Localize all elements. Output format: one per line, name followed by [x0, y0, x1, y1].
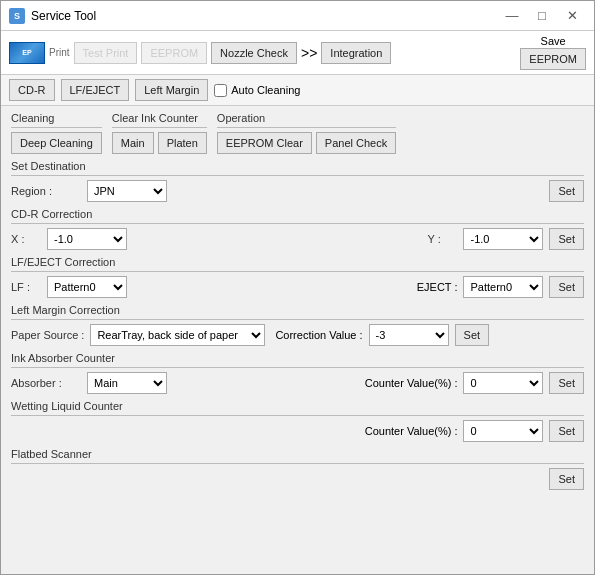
- correction-value-select[interactable]: -5 -4 -3 -2 -1 0 1 2 3 4 5: [369, 324, 449, 346]
- x-select[interactable]: -2.0 -1.5 -1.0 -0.5 0 0.5 1.0 1.5 2.0: [47, 228, 127, 250]
- arrow-button[interactable]: >>: [301, 45, 317, 61]
- test-print-button[interactable]: Test Print: [74, 42, 138, 64]
- auto-cleaning-text: Auto Cleaning: [231, 84, 300, 96]
- left-margin-row: Paper Source : RearTray, back side of pa…: [11, 324, 584, 346]
- x-label: X :: [11, 233, 41, 245]
- ink-absorber-set-button[interactable]: Set: [549, 372, 584, 394]
- eeprom-clear-button[interactable]: EEPROM Clear: [217, 132, 312, 154]
- save-label: Save: [541, 35, 566, 47]
- lf-eject-set-button[interactable]: Set: [549, 276, 584, 298]
- absorber-label: Absorber :: [11, 377, 81, 389]
- close-button[interactable]: ✕: [558, 6, 586, 26]
- lf-eject-title: LF/EJECT Correction: [11, 256, 584, 268]
- correction-value-label: Correction Value :: [275, 329, 362, 341]
- region-label: Region :: [11, 185, 81, 197]
- y-select[interactable]: -2.0 -1.5 -1.0 -0.5 0 0.5 1.0 1.5 2.0: [463, 228, 543, 250]
- paper-source-select[interactable]: RearTray, back side of paper RearTray, f…: [90, 324, 265, 346]
- app-icon: S: [9, 8, 25, 24]
- absorber-select[interactable]: Main Platen: [87, 372, 167, 394]
- flatbed-scanner-section: Flatbed Scanner Set: [11, 448, 584, 490]
- print-label: Print: [49, 47, 70, 58]
- clear-ink-section: Clear Ink Counter Main Platen: [112, 112, 207, 154]
- wetting-set-button[interactable]: Set: [549, 420, 584, 442]
- logo-area: EP Print: [9, 42, 70, 64]
- ink-counter-select[interactable]: 0 10 20 30 40 50 60 70 80 90 100: [463, 372, 543, 394]
- eeprom-save-button[interactable]: EEPROM: [520, 48, 586, 70]
- app-logo: EP: [9, 42, 45, 64]
- title-bar: S Service Tool — □ ✕: [1, 1, 594, 31]
- eject-select[interactable]: Pattern0 Pattern1 Pattern2 Pattern3: [463, 276, 543, 298]
- eject-label: EJECT :: [417, 281, 458, 293]
- deep-cleaning-button[interactable]: Deep Cleaning: [11, 132, 102, 154]
- lf-eject-row: LF : Pattern0 Pattern1 Pattern2 Pattern3…: [11, 276, 584, 298]
- cleaning-section: Cleaning Deep Cleaning: [11, 112, 102, 154]
- left-margin-button[interactable]: Left Margin: [135, 79, 208, 101]
- platen-button[interactable]: Platen: [158, 132, 207, 154]
- left-margin-title: Left Margin Correction: [11, 304, 584, 316]
- main-button[interactable]: Main: [112, 132, 154, 154]
- set-destination-button[interactable]: Set: [549, 180, 584, 202]
- integration-button[interactable]: Integration: [321, 42, 391, 64]
- auto-cleaning-checkbox[interactable]: [214, 84, 227, 97]
- clear-ink-title: Clear Ink Counter: [112, 112, 207, 124]
- cdr-row: X : -2.0 -1.5 -1.0 -0.5 0 0.5 1.0 1.5 2.…: [11, 228, 584, 250]
- nozzle-check-button[interactable]: Nozzle Check: [211, 42, 297, 64]
- ink-absorber-section: Ink Absorber Counter Absorber : Main Pla…: [11, 352, 584, 394]
- eeprom-read-button[interactable]: EEPROM: [141, 42, 207, 64]
- cdr-title: CD-R Correction: [11, 208, 584, 220]
- cd-r-button[interactable]: CD-R: [9, 79, 55, 101]
- maximize-button[interactable]: □: [528, 6, 556, 26]
- paper-source-label: Paper Source :: [11, 329, 84, 341]
- y-label: Y :: [427, 233, 457, 245]
- region-select[interactable]: JPN USA EUR AUS: [87, 180, 167, 202]
- auto-cleaning-label[interactable]: Auto Cleaning: [214, 84, 300, 97]
- top-sections: Cleaning Deep Cleaning Clear Ink Counter…: [11, 112, 584, 154]
- cleaning-title: Cleaning: [11, 112, 102, 124]
- operation-buttons: EEPROM Clear Panel Check: [217, 132, 396, 154]
- wetting-liquid-title: Wetting Liquid Counter: [11, 400, 584, 412]
- minimize-button[interactable]: —: [498, 6, 526, 26]
- flatbed-set-button[interactable]: Set: [549, 468, 584, 490]
- operation-title: Operation: [217, 112, 396, 124]
- ink-counter-label: Counter Value(%) :: [365, 377, 458, 389]
- ink-absorber-row: Absorber : Main Platen Counter Value(%) …: [11, 372, 584, 394]
- ink-absorber-title: Ink Absorber Counter: [11, 352, 584, 364]
- cdr-set-button[interactable]: Set: [549, 228, 584, 250]
- set-destination-section: Set Destination Region : JPN USA EUR AUS…: [11, 160, 584, 202]
- main-content: Cleaning Deep Cleaning Clear Ink Counter…: [1, 106, 594, 574]
- left-margin-set-button[interactable]: Set: [455, 324, 490, 346]
- lf-select[interactable]: Pattern0 Pattern1 Pattern2 Pattern3: [47, 276, 127, 298]
- operation-section: Operation EEPROM Clear Panel Check: [217, 112, 396, 154]
- wetting-counter-label: Counter Value(%) :: [365, 425, 458, 437]
- save-section: Save EEPROM: [520, 35, 586, 70]
- lf-eject-section: LF/EJECT Correction LF : Pattern0 Patter…: [11, 256, 584, 298]
- flatbed-scanner-row: Set: [11, 468, 584, 490]
- flatbed-scanner-title: Flatbed Scanner: [11, 448, 584, 460]
- left-margin-section: Left Margin Correction Paper Source : Re…: [11, 304, 584, 346]
- panel-check-button[interactable]: Panel Check: [316, 132, 396, 154]
- cdr-correction-section: CD-R Correction X : -2.0 -1.5 -1.0 -0.5 …: [11, 208, 584, 250]
- wetting-counter-select[interactable]: 0 10 20 30 40 50 60 70 80 90 100: [463, 420, 543, 442]
- toolbar-row2: CD-R LF/EJECT Left Margin Auto Cleaning: [1, 75, 594, 106]
- set-destination-row: Region : JPN USA EUR AUS Set: [11, 180, 584, 202]
- set-destination-title: Set Destination: [11, 160, 584, 172]
- lf-label: LF :: [11, 281, 41, 293]
- lf-eject-button[interactable]: LF/EJECT: [61, 79, 130, 101]
- window-title: Service Tool: [31, 9, 96, 23]
- main-window: S Service Tool — □ ✕ EP Print Test Print…: [0, 0, 595, 575]
- clear-ink-buttons: Main Platen: [112, 132, 207, 154]
- wetting-liquid-section: Wetting Liquid Counter Counter Value(%) …: [11, 400, 584, 442]
- wetting-liquid-row: Counter Value(%) : 0 10 20 30 40 50 60 7…: [11, 420, 584, 442]
- title-bar-left: S Service Tool: [9, 8, 96, 24]
- title-controls: — □ ✕: [498, 6, 586, 26]
